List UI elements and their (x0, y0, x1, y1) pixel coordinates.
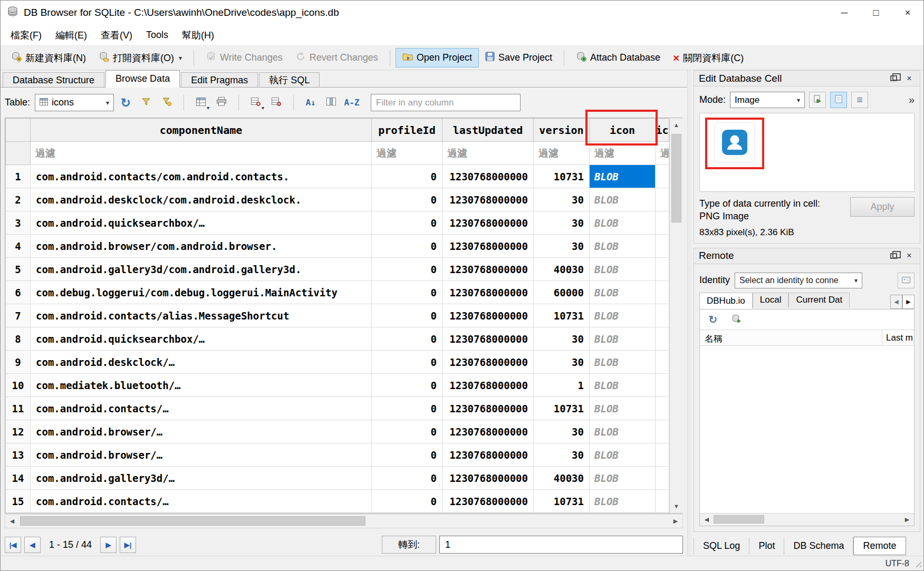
cell-version[interactable]: 10731 (534, 165, 590, 188)
float-panel-button[interactable] (888, 250, 899, 262)
menu-file[interactable]: 檔案(F) (4, 25, 49, 45)
cell-lastupdated[interactable]: 1230768000000 (442, 281, 534, 304)
cell-partial[interactable] (656, 235, 669, 258)
cell-lastupdated[interactable]: 1230768000000 (442, 188, 534, 211)
cell-profileid[interactable]: 0 (372, 351, 442, 374)
cell-componentname[interactable]: com.android.gallery3d/… (31, 467, 372, 490)
menu-tools[interactable]: Tools (139, 26, 175, 44)
insert-row-button[interactable]: ▾ (247, 94, 265, 112)
float-panel-button[interactable] (888, 73, 899, 84)
cell-version[interactable]: 10731 (534, 490, 590, 513)
cell-icon[interactable]: BLOB (590, 281, 656, 304)
cell-partial[interactable] (656, 420, 669, 443)
document-view-button[interactable] (830, 92, 847, 108)
vertical-scrollbar[interactable]: ▲ ▼ (669, 118, 683, 513)
cell-version[interactable]: 60000 (534, 281, 590, 304)
column-header-version[interactable]: version (534, 119, 590, 142)
cell-lastupdated[interactable]: 1230768000000 (442, 211, 534, 235)
cell-icon[interactable]: BLOB (590, 351, 656, 374)
cell-partial[interactable] (656, 304, 669, 327)
cell-profileid[interactable]: 0 (372, 327, 442, 351)
first-page-button[interactable]: |◀ (5, 537, 21, 553)
cell-partial[interactable] (656, 467, 669, 490)
tab-scroll-left-button[interactable]: ◀ (890, 295, 902, 309)
cell-version[interactable]: 30 (534, 327, 590, 351)
new-database-button[interactable]: 新建資料庫(N) (5, 47, 92, 68)
row-number[interactable]: 5 (6, 258, 31, 281)
cell-profileid[interactable]: 0 (372, 235, 442, 258)
cell-componentname[interactable]: com.android.gallery3d/com.android.galler… (31, 258, 372, 281)
cell-profileid[interactable]: 0 (372, 211, 442, 235)
row-number[interactable]: 7 (6, 304, 31, 327)
encoding-selector[interactable]: UTF-8 (886, 559, 909, 568)
remote-column-last-modified[interactable]: Last m (882, 330, 914, 345)
cell-icon[interactable]: BLOB (590, 165, 656, 188)
menu-edit[interactable]: 編輯(E) (49, 25, 94, 45)
clone-database-button[interactable] (727, 311, 745, 328)
tab-current-database[interactable]: Current Dat (788, 293, 850, 307)
tab-plot[interactable]: Plot (749, 537, 784, 555)
cell-partial[interactable] (656, 258, 669, 281)
scroll-right-icon[interactable]: ▶ (669, 515, 682, 528)
cell-profileid[interactable]: 0 (372, 258, 442, 281)
column-header-componentname[interactable]: componentName (31, 119, 372, 142)
tab-dbhub[interactable]: DBHub.io (699, 293, 753, 309)
cell-componentname[interactable]: com.android.contacts/… (31, 490, 372, 513)
row-number[interactable]: 6 (6, 281, 31, 304)
cell-profileid[interactable]: 0 (372, 165, 442, 188)
row-number[interactable]: 14 (6, 467, 31, 490)
cell-partial[interactable] (656, 490, 669, 513)
text-wrap-button[interactable]: ≡ (851, 92, 868, 108)
close-panel-button[interactable]: × (903, 73, 915, 84)
cell-version[interactable]: 30 (534, 351, 590, 374)
cell-icon[interactable]: BLOB (590, 327, 656, 351)
open-database-button[interactable]: 打開資料庫(O) ▾ (92, 47, 188, 68)
cell-icon[interactable]: BLOB (590, 258, 656, 281)
cell-version[interactable]: 30 (534, 420, 590, 443)
cell-version[interactable]: 1 (534, 374, 590, 397)
filter-any-column-input[interactable] (371, 94, 521, 111)
cell-icon[interactable]: BLOB (590, 443, 656, 467)
close-panel-button[interactable]: × (903, 250, 915, 262)
row-number[interactable]: 15 (6, 490, 31, 513)
print-button[interactable] (213, 94, 230, 112)
tab-database-structure[interactable]: Database Structure (3, 72, 104, 88)
cell-profileid[interactable]: 0 (372, 490, 442, 513)
row-number[interactable]: 2 (6, 188, 31, 211)
cell-icon[interactable]: BLOB (590, 467, 656, 490)
cell-profileid[interactable]: 0 (372, 443, 442, 467)
row-number[interactable]: 8 (6, 327, 31, 351)
import-data-button[interactable] (809, 92, 826, 108)
row-number[interactable]: 10 (6, 374, 31, 397)
remote-scrollbar-thumb[interactable] (714, 515, 764, 524)
cell-profileid[interactable]: 0 (372, 397, 442, 420)
cell-lastupdated[interactable]: 1230768000000 (442, 304, 534, 327)
refresh-button[interactable]: ↻ (117, 94, 134, 112)
open-database-dropdown-icon[interactable]: ▾ (179, 54, 182, 62)
cell-partial[interactable] (656, 443, 669, 467)
filter-profileid[interactable]: 過濾 (372, 142, 442, 165)
goto-button[interactable]: 轉到: (382, 536, 436, 554)
cell-lastupdated[interactable]: 1230768000000 (442, 443, 534, 467)
column-header-profileid[interactable]: profileId (372, 119, 442, 142)
scroll-down-icon[interactable]: ▼ (670, 499, 683, 513)
close-database-button[interactable]: × 關閉資料庫(C) (667, 48, 750, 68)
cell-partial[interactable] (656, 281, 669, 304)
sort-az-button[interactable]: A-Z (343, 94, 361, 112)
tab-sql-log[interactable]: SQL Log (694, 537, 749, 555)
filter-version[interactable]: 過濾 (534, 142, 590, 165)
cell-lastupdated[interactable]: 1230768000000 (442, 490, 534, 513)
close-button[interactable]: × (892, 1, 923, 25)
cell-version[interactable]: 40030 (534, 258, 590, 281)
maximize-button[interactable]: □ (860, 1, 892, 25)
cell-componentname[interactable]: com.android.browser/… (31, 420, 372, 443)
cell-icon[interactable]: BLOB (590, 188, 656, 211)
remote-horizontal-scrollbar[interactable]: ◀ ▶ (700, 513, 914, 526)
column-header-partial[interactable]: ic (656, 119, 669, 142)
tab-edit-pragmas[interactable]: Edit Pragmas (181, 72, 258, 88)
cell-version[interactable]: 30 (534, 235, 590, 258)
cell-partial[interactable] (656, 211, 669, 235)
goto-record-input[interactable] (439, 536, 683, 554)
cell-lastupdated[interactable]: 1230768000000 (442, 351, 534, 374)
filter-componentname[interactable]: 過濾 (31, 142, 372, 165)
